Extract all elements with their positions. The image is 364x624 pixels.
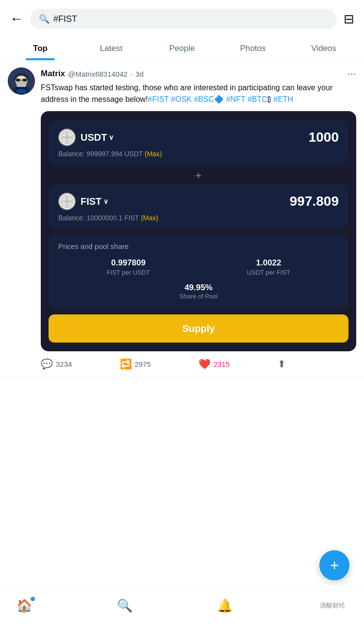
tweet-body: Matrix @Matrix68314042 · 3d ··· FSTswap … [41, 67, 356, 370]
search-query: #FIST [53, 14, 77, 24]
tab-videos[interactable]: Videos [288, 36, 359, 60]
fist-token-box: FIST ∨ 997.809 Balance: 10000000.1 FIST … [49, 184, 348, 229]
retweet-action[interactable]: 🔁 2975 [120, 358, 199, 370]
usdt-token-row: USDT ∨ 1000 [58, 129, 339, 146]
tweet-actions: 💬 3234 🔁 2975 ❤️ 2315 ⬆ [41, 358, 356, 370]
fist-icon [58, 193, 76, 210]
tweet-handle: @Matrix68314042 [68, 70, 128, 78]
tweet-header: Matrix @Matrix68314042 · 3d ··· [41, 67, 356, 80]
usdt-per-fist-value: 1.0022 [247, 258, 290, 268]
home-notification-dot [31, 597, 35, 601]
share-percentage: 49.95% [58, 283, 339, 293]
plus-divider: + [49, 169, 348, 182]
comment-count: 3234 [56, 360, 72, 368]
fist-token-name[interactable]: FIST ∨ [81, 196, 108, 207]
usdt-token-box: USDT ∨ 1000 Balance: 999997.994 USDT (Ma… [49, 120, 348, 164]
share-action[interactable]: ⬆ [278, 358, 357, 370]
tab-people[interactable]: People [147, 36, 217, 60]
hashtag-osk[interactable]: #OSK [171, 95, 192, 103]
usdt-balance: Balance: 999997.994 USDT (Max) [58, 150, 339, 158]
prices-box: Prices and pool share 0.997809 FIST per … [49, 233, 348, 309]
usdt-chevron-icon: ∨ [109, 133, 114, 141]
search-bar[interactable]: 🔍 #FIST [30, 9, 337, 29]
usdt-per-fist-label: USDT per FIST [247, 269, 290, 276]
hashtag-nft[interactable]: #NFT [226, 95, 246, 103]
like-icon: ❤️ [199, 358, 211, 370]
tweet-text: FSTswap has started testing, those who a… [41, 82, 356, 105]
comment-icon: 💬 [41, 358, 53, 370]
share-label: Share of Pool [58, 293, 339, 300]
fist-token-row: FIST ∨ 997.809 [58, 193, 339, 210]
tweet-meta: Matrix @Matrix68314042 · 3d [41, 69, 144, 79]
home-nav-item[interactable]: 🏠 [10, 595, 39, 616]
tab-top[interactable]: Top [5, 36, 76, 60]
notifications-icon: 🔔 [217, 598, 232, 613]
compose-button[interactable]: + [319, 550, 349, 580]
fist-max[interactable]: (Max) [141, 214, 158, 222]
hashtag-bsc[interactable]: #BSC [194, 95, 214, 103]
tab-photos[interactable]: Photos [217, 36, 288, 60]
fist-chevron-icon: ∨ [103, 197, 108, 205]
fist-per-usdt-label: FIST per USDT [107, 269, 150, 276]
usdt-per-fist: 1.0022 USDT per FIST [247, 258, 290, 276]
home-icon: 🏠 [17, 598, 32, 613]
fist-per-usdt-value: 0.997809 [107, 258, 150, 268]
usdt-amount: 1000 [309, 130, 339, 145]
prices-row: 0.997809 FIST per USDT 1.0022 USDT per F… [58, 258, 339, 276]
tweet-dot: · [131, 70, 132, 78]
search-icon: 🔍 [39, 14, 50, 24]
swap-card: USDT ∨ 1000 Balance: 999997.994 USDT (Ma… [41, 111, 356, 351]
top-bar: ← 🔍 #FIST ⊟ [0, 0, 364, 36]
svg-rect-5 [23, 79, 27, 82]
btc-emoji: ₿ [267, 95, 271, 103]
notifications-nav-item[interactable]: 🔔 [210, 595, 239, 616]
svg-rect-4 [16, 79, 20, 82]
nav-tabs: Top Latest People Photos Videos [0, 36, 364, 61]
svg-rect-3 [17, 81, 26, 87]
search-nav-icon: 🔍 [117, 598, 132, 613]
bsc-emoji: 🔷 [214, 95, 224, 103]
share-icon: ⬆ [278, 358, 286, 370]
usdt-token-left: USDT ∨ [58, 129, 114, 146]
tweet-username: Matrix [41, 69, 65, 79]
usdt-token-name[interactable]: USDT ∨ [81, 132, 114, 143]
hashtag-btc[interactable]: #BTC [248, 95, 267, 103]
like-action[interactable]: ❤️ 2315 [199, 358, 278, 370]
share-of-pool: 49.95% Share of Pool [58, 283, 339, 300]
like-count: 2315 [214, 360, 230, 368]
search-nav-item[interactable]: 🔍 [110, 595, 139, 616]
fist-token-left: FIST ∨ [58, 193, 108, 210]
retweet-icon: 🔁 [120, 358, 132, 370]
supply-button[interactable]: Supply [49, 314, 348, 343]
avatar [8, 67, 35, 95]
tweet: Matrix @Matrix68314042 · 3d ··· FSTswap … [0, 61, 364, 377]
retweet-count: 2975 [135, 360, 151, 368]
bottom-nav: 🏠 🔍 🔔 清醒财经 [0, 590, 364, 624]
usdt-max[interactable]: (Max) [145, 150, 162, 158]
filter-button[interactable]: ⊟ [344, 12, 354, 27]
hashtag-eth[interactable]: #ETH [273, 95, 293, 103]
usdt-icon [58, 129, 76, 146]
fist-balance: Balance: 10000000.1 FIST (Max) [58, 214, 339, 222]
fist-per-usdt: 0.997809 FIST per USDT [107, 258, 150, 276]
prices-title: Prices and pool share [58, 242, 339, 250]
tweet-time: 3d [135, 70, 144, 78]
brand-logo: 清醒财经 [311, 595, 354, 616]
hashtag-fist[interactable]: #FIST [148, 95, 169, 103]
svg-rect-8 [17, 89, 26, 94]
fist-amount: 997.809 [290, 194, 339, 209]
back-button[interactable]: ← [10, 11, 23, 27]
tab-latest[interactable]: Latest [76, 36, 147, 60]
comment-action[interactable]: 💬 3234 [41, 358, 120, 370]
more-button[interactable]: ··· [347, 67, 356, 80]
